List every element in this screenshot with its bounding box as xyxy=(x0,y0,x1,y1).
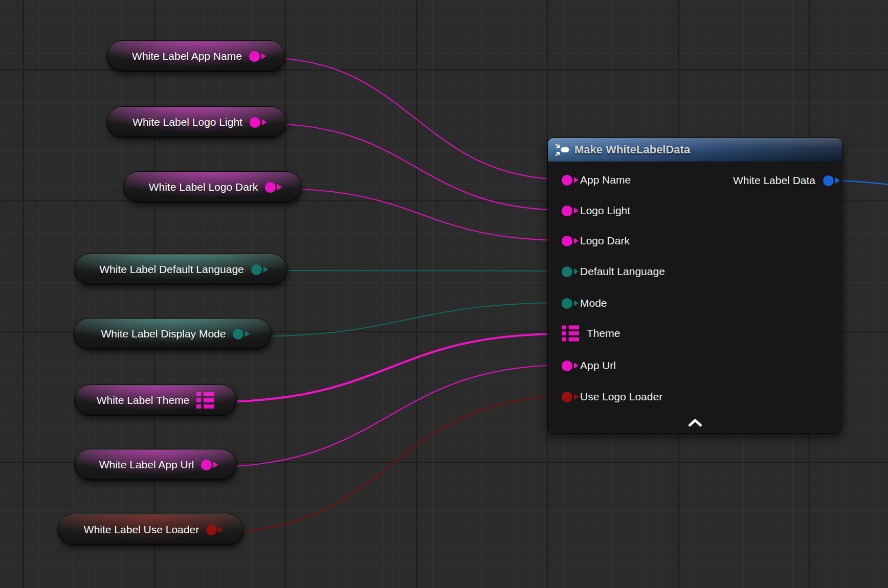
blueprint-graph-canvas[interactable]: White Label App Name White Label Logo Li… xyxy=(0,0,888,588)
string-output-pin[interactable] xyxy=(201,460,212,470)
byte-output-pin[interactable] xyxy=(233,329,243,340)
input-row-theme: Theme xyxy=(562,325,620,342)
make-whitelabeldata-node[interactable]: Make WhiteLabelData App Name Logo Light … xyxy=(547,138,842,434)
pin-label: White Label Data xyxy=(733,174,815,187)
collapse-node-button[interactable] xyxy=(680,417,711,429)
bool-input-pin[interactable] xyxy=(562,392,572,402)
variable-label: White Label Use Loader xyxy=(84,524,199,536)
chevron-up-icon xyxy=(687,419,703,427)
variable-label: White Label Theme xyxy=(97,394,190,406)
input-row-mode: Mode xyxy=(562,295,607,311)
wire-logo-dark[interactable] xyxy=(277,189,567,240)
node-title: Make WhiteLabelData xyxy=(574,143,690,156)
struct-output-pin[interactable] xyxy=(196,392,214,409)
input-row-app-url: App Url xyxy=(562,357,616,374)
pin-label: App Url xyxy=(580,359,616,372)
variable-node-white-label-default-language[interactable]: White Label Default Language xyxy=(74,254,287,285)
wire-logo-light[interactable] xyxy=(264,124,567,210)
input-row-logo-light: Logo Light xyxy=(562,202,630,219)
pin-label: Mode xyxy=(580,297,607,309)
string-output-pin[interactable] xyxy=(250,117,260,128)
variable-node-white-label-logo-dark[interactable]: White Label Logo Dark xyxy=(123,171,302,203)
wire-default-language[interactable] xyxy=(270,270,567,271)
input-row-use-logo-loader: Use Logo Loader xyxy=(562,389,662,405)
variable-label: White Label Logo Dark xyxy=(149,181,258,193)
struct-input-pin[interactable] xyxy=(562,325,579,342)
pin-label: App Name xyxy=(580,174,631,186)
pin-label: Theme xyxy=(587,327,620,340)
byte-output-pin[interactable] xyxy=(251,264,262,275)
string-output-pin[interactable] xyxy=(265,182,276,193)
input-row-default-language: Default Language xyxy=(562,263,665,280)
output-row-white-label-data: White Label Data xyxy=(733,172,834,189)
input-row-app-name: App Name xyxy=(562,172,631,188)
variable-label: White Label App Name xyxy=(132,50,242,62)
make-struct-icon xyxy=(555,143,569,156)
variable-label: White Label App Url xyxy=(99,459,194,471)
pin-label: Default Language xyxy=(580,265,665,278)
pin-label: Use Logo Loader xyxy=(580,391,662,403)
variable-label: White Label Logo Light xyxy=(132,116,242,128)
variable-node-white-label-theme[interactable]: White Label Theme xyxy=(74,385,237,416)
string-input-pin[interactable] xyxy=(562,360,572,371)
wire-use-loader[interactable] xyxy=(217,396,567,532)
string-input-pin[interactable] xyxy=(562,206,572,216)
string-output-pin[interactable] xyxy=(249,51,260,62)
node-header[interactable]: Make WhiteLabelData xyxy=(548,138,842,162)
variable-label: White Label Display Mode xyxy=(101,328,226,340)
variable-node-white-label-logo-light[interactable]: White Label Logo Light xyxy=(106,106,286,138)
struct-output-pin[interactable] xyxy=(823,175,834,186)
wire-app-name[interactable] xyxy=(264,58,567,179)
variable-node-white-label-display-mode[interactable]: White Label Display Mode xyxy=(73,318,272,350)
byte-input-pin[interactable] xyxy=(562,298,572,309)
string-input-pin[interactable] xyxy=(562,175,572,186)
wire-app-url[interactable] xyxy=(211,365,567,467)
byte-input-pin[interactable] xyxy=(562,266,572,277)
variable-node-white-label-use-loader[interactable]: White Label Use Loader xyxy=(57,514,243,546)
string-input-pin[interactable] xyxy=(562,236,572,246)
wire-mode[interactable] xyxy=(248,303,567,336)
input-row-logo-dark: Logo Dark xyxy=(562,233,630,249)
variable-node-white-label-app-name[interactable]: White Label App Name xyxy=(106,40,285,72)
variable-node-white-label-app-url[interactable]: White Label App Url xyxy=(74,449,237,481)
pin-label: Logo Dark xyxy=(580,235,630,247)
pin-label: Logo Light xyxy=(580,205,630,217)
bool-output-pin[interactable] xyxy=(206,525,217,535)
variable-label: White Label Default Language xyxy=(99,263,244,276)
